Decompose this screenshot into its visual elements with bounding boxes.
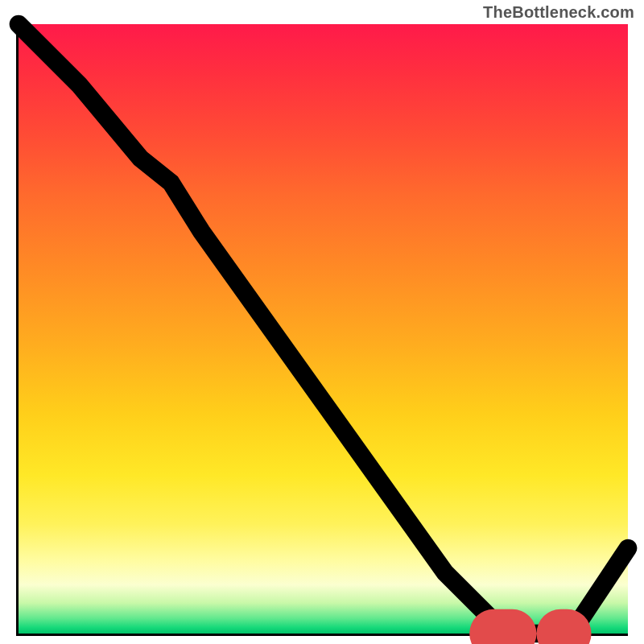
curve-layer xyxy=(19,24,628,634)
bottleneck-curve xyxy=(19,24,628,634)
watermark-text: TheBottleneck.com xyxy=(483,3,634,22)
plot-area xyxy=(16,24,628,636)
chart-wrap: TheBottleneck.com xyxy=(0,0,644,644)
